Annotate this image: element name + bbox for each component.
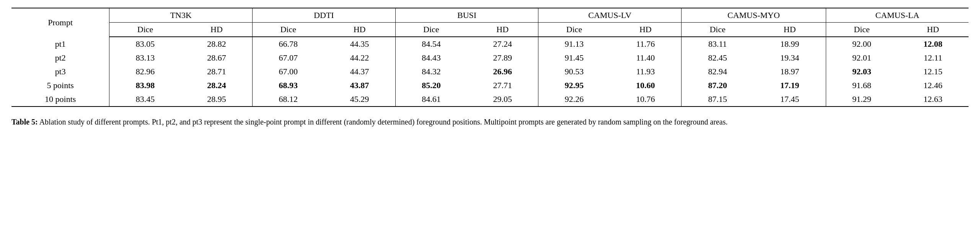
value-cell: 28.67 <box>181 51 253 65</box>
value-cell: 92.95 <box>538 79 610 92</box>
camus-la-header: CAMUS-LA <box>826 8 969 23</box>
tn3k-hd-header: HD <box>181 23 253 37</box>
value-cell: 44.35 <box>324 37 395 51</box>
camus-myo-dice-header: Dice <box>682 23 754 37</box>
value-cell: 67.00 <box>253 65 324 79</box>
ddti-header: DDTI <box>253 8 396 23</box>
prompt-cell: pt3 <box>11 65 109 79</box>
value-cell: 82.94 <box>682 65 754 79</box>
value-cell: 92.01 <box>826 51 897 65</box>
value-cell: 12.15 <box>897 65 969 79</box>
value-cell: 27.71 <box>467 79 538 92</box>
value-cell: 28.71 <box>181 65 253 79</box>
value-cell: 19.34 <box>753 51 826 65</box>
camus-lv-header: CAMUS-LV <box>538 8 682 23</box>
ddti-dice-header: Dice <box>253 23 324 37</box>
table-row: pt382.9628.7167.0044.3784.3226.9690.5311… <box>11 65 969 79</box>
prompt-cell: pt2 <box>11 51 109 65</box>
prompt-cell: 5 points <box>11 79 109 92</box>
prompt-cell: pt1 <box>11 37 109 51</box>
value-cell: 26.96 <box>467 65 538 79</box>
value-cell: 68.12 <box>253 92 324 107</box>
value-cell: 83.98 <box>109 79 181 92</box>
tn3k-header: TN3K <box>109 8 253 23</box>
value-cell: 12.46 <box>897 79 969 92</box>
value-cell: 18.99 <box>753 37 826 51</box>
value-cell: 18.97 <box>753 65 826 79</box>
tn3k-dice-header: Dice <box>109 23 181 37</box>
value-cell: 45.29 <box>324 92 395 107</box>
value-cell: 91.68 <box>826 79 897 92</box>
value-cell: 91.13 <box>538 37 610 51</box>
caption-text: Ablation study of different prompts. Pt1… <box>38 118 728 126</box>
table-row: 10 points83.4528.9568.1245.2984.6129.059… <box>11 92 969 107</box>
value-cell: 87.20 <box>682 79 754 92</box>
value-cell: 43.87 <box>324 79 395 92</box>
value-cell: 17.45 <box>753 92 826 107</box>
value-cell: 29.05 <box>467 92 538 107</box>
value-cell: 11.93 <box>610 65 682 79</box>
busi-dice-header: Dice <box>395 23 467 37</box>
value-cell: 12.63 <box>897 92 969 107</box>
value-cell: 91.29 <box>826 92 897 107</box>
value-cell: 11.76 <box>610 37 682 51</box>
camus-la-hd-header: HD <box>897 23 969 37</box>
value-cell: 12.11 <box>897 51 969 65</box>
busi-header: BUSI <box>395 8 538 23</box>
table-row: pt183.0528.8266.7844.3584.5427.2491.1311… <box>11 37 969 51</box>
value-cell: 68.93 <box>253 79 324 92</box>
results-table: Prompt TN3K DDTI BUSI CAMUS-LV CAMUS-MYO… <box>11 8 969 107</box>
value-cell: 85.20 <box>395 79 467 92</box>
camus-la-dice-header: Dice <box>826 23 897 37</box>
value-cell: 67.07 <box>253 51 324 65</box>
value-cell: 27.24 <box>467 37 538 51</box>
prompt-cell: 10 points <box>11 92 109 107</box>
value-cell: 92.03 <box>826 65 897 79</box>
value-cell: 83.05 <box>109 37 181 51</box>
camus-myo-header: CAMUS-MYO <box>682 8 826 23</box>
value-cell: 27.89 <box>467 51 538 65</box>
table-container: Prompt TN3K DDTI BUSI CAMUS-LV CAMUS-MYO… <box>11 8 969 107</box>
value-cell: 28.24 <box>181 79 253 92</box>
value-cell: 83.11 <box>682 37 754 51</box>
camus-myo-hd-header: HD <box>753 23 826 37</box>
value-cell: 12.08 <box>897 37 969 51</box>
prompt-header: Prompt <box>11 8 109 37</box>
value-cell: 11.40 <box>610 51 682 65</box>
value-cell: 82.45 <box>682 51 754 65</box>
camus-lv-hd-header: HD <box>610 23 682 37</box>
table-caption: Table 5: Ablation study of different pro… <box>11 116 930 128</box>
value-cell: 90.53 <box>538 65 610 79</box>
value-cell: 44.22 <box>324 51 395 65</box>
table-row: 5 points83.9828.2468.9343.8785.2027.7192… <box>11 79 969 92</box>
busi-hd-header: HD <box>467 23 538 37</box>
value-cell: 92.00 <box>826 37 897 51</box>
value-cell: 28.82 <box>181 37 253 51</box>
value-cell: 84.54 <box>395 37 467 51</box>
value-cell: 84.61 <box>395 92 467 107</box>
value-cell: 66.78 <box>253 37 324 51</box>
value-cell: 84.32 <box>395 65 467 79</box>
value-cell: 92.26 <box>538 92 610 107</box>
value-cell: 28.95 <box>181 92 253 107</box>
value-cell: 84.43 <box>395 51 467 65</box>
value-cell: 17.19 <box>753 79 826 92</box>
value-cell: 82.96 <box>109 65 181 79</box>
ddti-hd-header: HD <box>324 23 395 37</box>
value-cell: 87.15 <box>682 92 754 107</box>
value-cell: 91.45 <box>538 51 610 65</box>
value-cell: 10.60 <box>610 79 682 92</box>
value-cell: 10.76 <box>610 92 682 107</box>
table-row: pt283.1328.6767.0744.2284.4327.8991.4511… <box>11 51 969 65</box>
value-cell: 83.45 <box>109 92 181 107</box>
caption-label: Table 5: <box>11 118 38 126</box>
camus-lv-dice-header: Dice <box>538 23 610 37</box>
value-cell: 83.13 <box>109 51 181 65</box>
value-cell: 44.37 <box>324 65 395 79</box>
